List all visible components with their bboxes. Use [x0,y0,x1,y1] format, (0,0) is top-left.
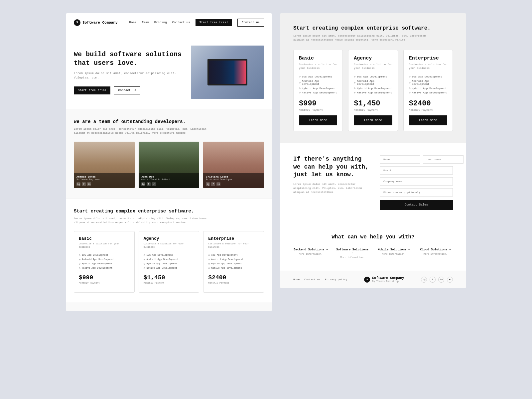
right-plan-name-0: Basic [299,56,337,61]
left-plan-features-1: iOS App Development Android App Developm… [144,253,195,270]
team-role-1: Azure Cloud Architect [141,178,197,181]
help-item-title-1[interactable]: Software Solutions → [335,248,370,255]
right-plan-period-1: Monthly Payment [354,108,392,111]
left-plan-period-0: Monthly Payment [79,282,130,284]
help-item-title-2[interactable]: Mobile Solutions → [376,248,411,251]
hero-section: We build software solutions that users l… [66,32,272,109]
help-item-sub-3: More information. [418,253,453,255]
right-plan-price-1: $1,450 [354,99,392,108]
youtube-footer-icon[interactable]: ▶ [447,277,453,283]
right-feature-1-1: Android App Development [354,79,392,86]
linkedin-icon-2[interactable]: in [216,182,220,186]
team-role-2: Front-end Developer [206,178,261,181]
linkedin-icon-1[interactable]: in [152,182,156,186]
phone-input[interactable] [380,188,453,197]
team-name-2: Cristina Lopez [206,175,261,178]
left-plan-desc-2: Customise a solution for your business [208,242,259,249]
team-social-icons-0: ig f in [76,182,132,186]
nav-team[interactable]: Team [142,21,149,24]
right-panel: Start creating complex enterprise softwa… [280,13,466,288]
nav-pricing[interactable]: Pricing [154,21,167,24]
facebook-icon-1[interactable]: f [147,182,151,186]
nav-home[interactable]: Home [129,21,137,24]
right-plan-period-0: Monthly Payment [299,108,337,111]
right-plan-features-0: iOS App Development Android App Developm… [299,74,337,95]
right-plan-btn-0[interactable]: Learn more [299,115,337,125]
instagram-icon-0[interactable]: ig [76,182,80,186]
right-feature-2-0: iOS App Development [409,74,447,79]
footer-logo: S Software Company By Thomas Bootstrap [364,276,404,283]
right-plan-desc-0: Customise a solution for your business [299,63,337,70]
left-feature-2-3: Native App Development [208,266,259,270]
left-pricing-card-0: Basic Customise a solution for your busi… [74,231,135,293]
facebook-icon-2[interactable]: f [211,182,215,186]
help-title: What can we help you with? [293,234,453,240]
contact-us-nav-button[interactable]: Contact us [237,19,264,27]
help-item-2: Mobile Solutions → More information. [376,248,411,259]
left-plan-price-1: $1,450 [144,274,195,281]
help-grid: Backend Solutions → More information. So… [293,248,453,259]
name-input[interactable] [380,155,420,164]
team-card-overlay-2: Cristina Lopez Front-end Developer ig f … [203,173,264,188]
help-item-sub-1: More information. [335,256,370,259]
help-item-sub-2: More information. [376,253,411,255]
linkedin-footer-icon[interactable]: in [438,277,444,283]
monitor-screen [209,61,246,84]
footer-links: Home Contact us Privacy policy [293,278,347,281]
left-plan-period-2: Monthly Payment [208,282,259,284]
contact-left: If there's anything we can help you with… [293,155,369,210]
right-plan-btn-1[interactable]: Learn more [354,115,392,125]
left-feature-2-2: Hybrid App Development [208,262,259,266]
email-input[interactable] [380,166,453,175]
footer-logo-sub: By Thomas Bootstrap [372,280,404,283]
right-pricing-subtitle: Lorem ipsum dolor sit amet, consectetur … [293,34,433,42]
facebook-icon-0[interactable]: f [82,182,86,186]
right-pricing-card-1: Agency Customise a solution for your bus… [348,50,398,131]
hero-buttons: Start free trial Contact us [74,86,184,94]
logo-icon: S [74,19,80,26]
right-plan-desc-2: Customise a solution for your business [409,63,447,70]
left-pricing-card-2: Enterprise Customise a solution for your… [203,231,264,293]
nav-contact[interactable]: Contact us [172,21,190,24]
left-feature-0-3: Native App Development [79,266,130,270]
team-title: We are a team of outstanding developers. [74,119,264,124]
hero-contact-button[interactable]: Contact us [114,86,140,94]
contact-sales-button[interactable]: Contact Sales [380,200,453,210]
left-feature-1-1: Android App Development [144,257,195,262]
contact-subtitle: Lorem ipsum dolor sit amet, consectetur … [293,182,369,194]
right-plan-period-2: Monthly Payment [409,108,447,111]
instagram-icon-1[interactable]: ig [141,182,145,186]
instagram-icon-2[interactable]: ig [206,182,210,186]
instagram-footer-icon[interactable]: ig [421,277,427,283]
right-plan-btn-2[interactable]: Learn more [409,115,447,125]
right-pricing-grid: Basic Customise a solution for your busi… [293,50,453,131]
hero-start-trial-button[interactable]: Start free trial [74,86,110,94]
team-card-overlay-1: John Doe Azure Cloud Architect ig f in [139,173,200,188]
facebook-footer-icon[interactable]: f [430,277,436,283]
footer-link-1[interactable]: Contact us [304,278,320,281]
left-feature-1-0: iOS App Development [144,253,195,257]
nav-links: Home Team Pricing Contact us Start free … [129,19,264,27]
footer-link-2[interactable]: Privacy policy [325,278,347,281]
lastname-input[interactable] [423,155,464,164]
start-free-trial-button[interactable]: Start free trial [196,19,232,26]
right-plan-price-0: $999 [299,99,337,108]
help-section: What can we help you with? Backend Solut… [280,222,466,271]
navbar: S Software Company Home Team Pricing Con… [66,13,272,32]
left-pricing-card-1: Agency Customise a solution for your bus… [139,231,200,293]
company-input[interactable] [380,177,453,186]
help-item-title-0[interactable]: Backend Solutions → [293,248,328,251]
linkedin-icon-0[interactable]: in [87,182,91,186]
hero-image-inner [191,46,264,99]
hero-title: We build software solutions that users l… [74,50,184,67]
help-item-0: Backend Solutions → More information. [293,248,328,259]
right-feature-0-2: Hybrid App Development [299,86,337,90]
left-feature-0-1: Android App Development [79,257,130,262]
right-plan-features-1: iOS App Development Android App Developm… [354,74,392,95]
footer-link-0[interactable]: Home [293,278,300,281]
logo-text: Software Company [82,21,118,25]
right-pricing-section: Start creating complex enterprise softwa… [280,13,466,143]
help-item-title-3[interactable]: Cloud Solutions → [418,248,453,251]
right-feature-1-0: iOS App Development [354,74,392,79]
right-pricing-card-2: Enterprise Customise a solution for your… [403,50,453,131]
